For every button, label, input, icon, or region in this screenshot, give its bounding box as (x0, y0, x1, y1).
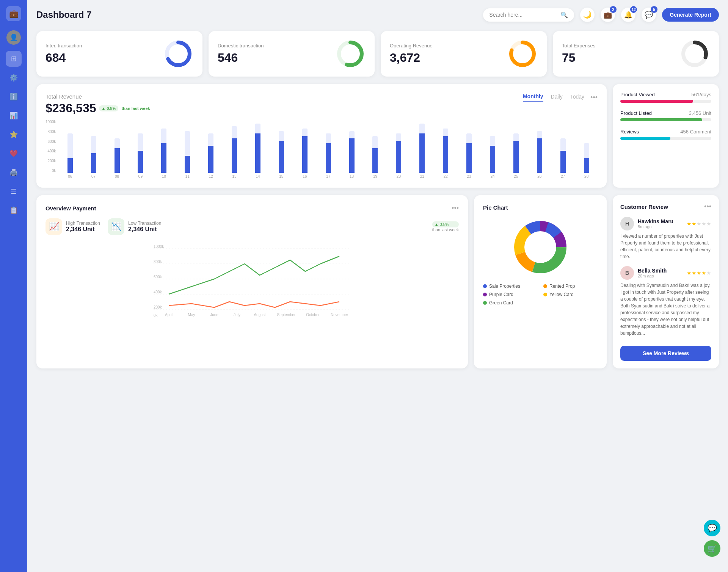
sidebar-item-info[interactable]: ℹ️ (6, 89, 22, 105)
legend-sale-properties: Sale Properties (483, 284, 537, 289)
stat-card-operating-revenue: Operating Revenue 3,672 (381, 31, 547, 77)
header-right: 🔍 🌙 💼 2 🔔 12 💬 5 Generate Report (483, 8, 719, 22)
payment-header: Overview Payment ••• (46, 204, 459, 212)
revenue-tabs: Monthly Daily Today (523, 93, 584, 102)
sidebar-item-favorites[interactable]: ⭐ (6, 127, 22, 143)
donut-2 (507, 39, 538, 69)
sidebar-item-menu[interactable]: ☰ (6, 183, 22, 199)
svg-text:June: June (210, 313, 218, 317)
svg-text:600k: 600k (154, 275, 162, 279)
review-stars-1: ★★★★★ (687, 270, 711, 276)
side-stat-product-listed: Product Listed 3,456 Unit (620, 110, 711, 121)
svg-text:November: November (331, 313, 348, 317)
bell-badge: 12 (630, 6, 637, 13)
stats-row: Inter. transaction 684 Domestic transact… (36, 31, 719, 77)
wallet-button[interactable]: 💼 2 (601, 8, 615, 22)
trend-badge: ▲ 0.8% (99, 105, 118, 111)
review-avatar-1: B (620, 266, 634, 280)
tab-daily[interactable]: Daily (551, 94, 563, 101)
notifications-button[interactable]: 🔔 12 (621, 8, 635, 22)
stat-card-total-expenses: Total Expenses 75 (553, 31, 719, 77)
sidebar-logo[interactable]: 💼 (6, 6, 21, 21)
pie-chart-container (483, 217, 598, 277)
y-axis: 1000k 800k 600k 400k 200k 0k (46, 120, 56, 173)
tab-monthly[interactable]: Monthly (523, 93, 543, 102)
sidebar-item-list[interactable]: 📋 (6, 202, 22, 218)
legend-purple-card: Purple Card (483, 292, 537, 297)
see-more-reviews-button[interactable]: See More Reviews (620, 346, 711, 361)
stat-label-1: Domestic transaction (218, 43, 264, 49)
review-text-0: I viewed a number of properties with Jus… (620, 233, 711, 260)
review-stars-0: ★★★★★ (687, 220, 711, 227)
legend-yellow-card: Yellow Card (543, 292, 598, 297)
sidebar-item-likes[interactable]: ❤️ (6, 146, 22, 161)
side-stat-reviews: Reviews 456 Comment (620, 129, 711, 140)
floating-buttons: 💬 🛒 (704, 520, 720, 557)
user-avatar[interactable]: 👤 (6, 30, 21, 45)
cart-float-button[interactable]: 🛒 (704, 540, 720, 557)
revenue-value: $236,535 (46, 101, 96, 115)
chat-badge: 5 (651, 6, 657, 13)
review-name-1: Bella Smith (638, 268, 667, 274)
high-transaction-label: High Transaction (66, 221, 100, 226)
review-time-1: 20m ago (638, 274, 667, 278)
low-transaction-value: 2,346 Unit (128, 226, 161, 233)
high-transaction-value: 2,346 Unit (66, 226, 100, 233)
revenue-more-button[interactable]: ••• (590, 94, 598, 102)
high-transaction-item: 📈 High Transaction 2,346 Unit (46, 218, 100, 235)
donut-1 (335, 39, 366, 69)
payment-title: Overview Payment (46, 205, 96, 212)
low-transaction-item: 📉 Low Transaction 2,346 Unit (108, 218, 161, 235)
low-transaction-icon: 📉 (108, 218, 124, 235)
payment-more-button[interactable]: ••• (452, 204, 459, 212)
product-listed-bar (620, 118, 711, 121)
reviews-card: Customer Review ••• H Hawkins Maru 5m ag… (613, 195, 719, 368)
revenue-title: Total Revenue (46, 93, 150, 100)
reviews-header: Customer Review ••• (620, 203, 711, 211)
svg-text:September: September (277, 313, 296, 317)
review-item-1: B Bella Smith 20m ago ★★★★★ Dealing with… (620, 266, 711, 337)
reviews-more-button[interactable]: ••• (704, 203, 711, 211)
review-avatar-0: H (620, 217, 634, 230)
donut-3 (679, 39, 710, 69)
reviews-value: 456 Comment (680, 129, 711, 135)
review-text-1: Dealing with Syamsudin and Bakri was a j… (620, 282, 711, 337)
reviews-title: Customer Review (620, 204, 668, 210)
stat-value-1: 546 (218, 51, 264, 65)
messages-button[interactable]: 💬 5 (642, 8, 656, 22)
legend-green-label: Green Card (489, 300, 513, 306)
review-item-0: H Hawkins Maru 5m ago ★★★★★ I viewed a n… (620, 217, 711, 260)
line-chart-svg: 1000k 800k 600k 400k 200k 0k April May J… (46, 241, 459, 317)
stat-card-inter-transaction: Inter. transaction 684 (36, 31, 202, 77)
payment-card: Overview Payment ••• 📈 High Transaction … (36, 195, 468, 368)
product-viewed-bar (620, 100, 711, 103)
pie-chart-svg (510, 217, 571, 277)
revenue-header: Total Revenue $236,535 ▲ 0.8% than last … (46, 93, 598, 115)
product-viewed-label: Product Viewed (620, 92, 655, 97)
stat-card-domestic-transaction: Domestic transaction 546 (209, 31, 375, 77)
theme-toggle-button[interactable]: 🌙 (580, 8, 595, 22)
page-title: Dashboard 7 (36, 9, 91, 20)
svg-text:0k: 0k (154, 313, 158, 317)
stat-value-0: 684 (46, 51, 82, 65)
support-float-button[interactable]: 💬 (704, 520, 720, 536)
search-input[interactable] (489, 12, 557, 18)
stat-label-2: Operating Revenue (390, 43, 433, 49)
tab-today[interactable]: Today (570, 94, 584, 101)
reviews-bar (620, 137, 711, 140)
sidebar-item-dashboard[interactable]: ⊞ (6, 51, 22, 67)
svg-text:200k: 200k (154, 305, 162, 309)
sidebar-item-analytics[interactable]: 📊 (6, 108, 22, 124)
sidebar-item-settings[interactable]: ⚙️ (6, 70, 22, 86)
bar-labels: 0607080910111213141516171819202122232425… (59, 174, 598, 179)
svg-text:October: October (306, 313, 320, 317)
generate-report-button[interactable]: Generate Report (662, 8, 719, 22)
donut-0 (163, 39, 193, 69)
wallet-badge: 2 (610, 6, 617, 13)
sidebar-item-print[interactable]: 🖨️ (6, 165, 22, 180)
svg-text:August: August (254, 313, 265, 317)
svg-text:May: May (188, 313, 195, 317)
side-stat-product-viewed: Product Viewed 561/days (620, 92, 711, 103)
stat-label-0: Inter. transaction (46, 43, 82, 49)
svg-text:July: July (234, 313, 240, 317)
